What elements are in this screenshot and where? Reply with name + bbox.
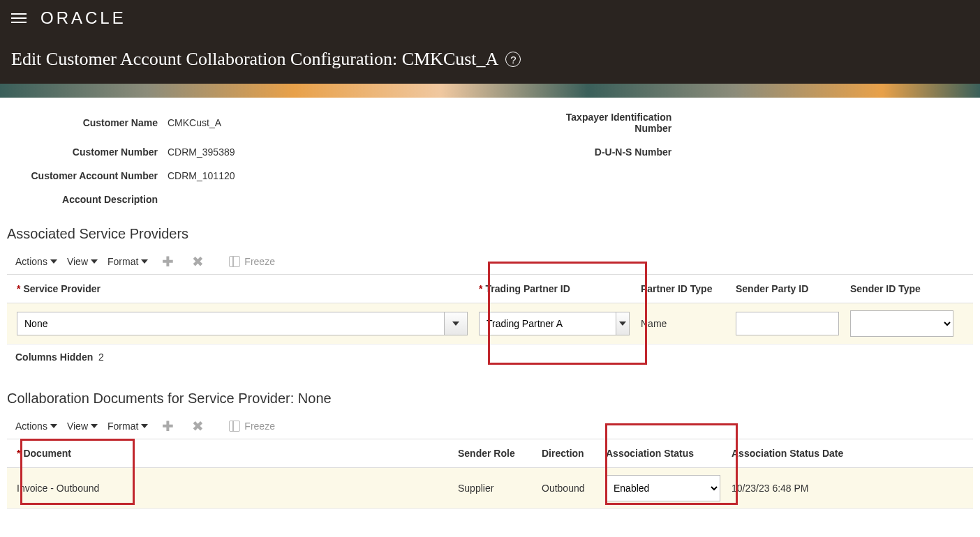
dropdown-button[interactable]: [616, 312, 630, 335]
help-icon[interactable]: ?: [505, 52, 521, 67]
app-header: ORACLE Edit Customer Account Collaborati…: [0, 0, 980, 84]
freeze-icon: [229, 421, 240, 432]
section1-toolbar: Actions View Format Freeze: [0, 249, 980, 274]
col-partner-id-type: Partner ID Type: [635, 275, 730, 303]
chevron-down-icon: [619, 322, 626, 326]
view-menu[interactable]: View: [67, 421, 98, 432]
associated-service-providers-title: Associated Service Providers: [0, 212, 980, 249]
collaboration-documents-title: Collaboration Documents for Service Prov…: [0, 377, 980, 414]
format-menu[interactable]: Format: [107, 421, 148, 432]
col-service-provider: *Service Provider: [7, 275, 473, 303]
col-direction: Direction: [536, 439, 600, 467]
taxpayer-id-label: Taxpayer Identification Number: [532, 112, 671, 134]
table-header-row: *Document Sender Role Direction Associat…: [7, 439, 973, 468]
oracle-logo: ORACLE: [40, 8, 126, 28]
trading-partner-input[interactable]: [479, 312, 616, 335]
remove-icon[interactable]: [188, 253, 208, 270]
chevron-down-icon: [50, 424, 57, 428]
sender-id-type-select[interactable]: [850, 310, 953, 337]
decorative-banner: [0, 84, 980, 98]
direction-value: Outbound: [536, 476, 600, 501]
col-sender-id-type: Sender ID Type: [845, 275, 959, 303]
remove-icon[interactable]: [188, 418, 208, 434]
view-menu[interactable]: View: [67, 256, 98, 267]
customer-name-value: CMKCust_A: [168, 117, 522, 128]
col-association-status-date: Association Status Date: [726, 439, 949, 467]
account-desc-label: Account Description: [11, 194, 158, 205]
customer-number-label: Customer Number: [11, 146, 158, 158]
service-provider-input[interactable]: [17, 312, 444, 335]
customer-number-value: CDRM_395389: [168, 146, 522, 158]
dropdown-button[interactable]: [444, 312, 468, 335]
chevron-down-icon: [50, 259, 57, 264]
col-document: *Document: [7, 439, 452, 467]
association-status-select[interactable]: Enabled: [606, 475, 720, 501]
freeze-button[interactable]: Freeze: [229, 421, 275, 432]
page-title-text: Edit Customer Account Collaboration Conf…: [11, 49, 498, 70]
col-sender-party-id: Sender Party ID: [730, 275, 845, 303]
freeze-button[interactable]: Freeze: [229, 256, 275, 267]
service-provider-combobox[interactable]: [17, 312, 468, 335]
chevron-down-icon: [91, 259, 98, 264]
actions-menu[interactable]: Actions: [15, 421, 57, 432]
association-status-date-value: 10/23/23 6:48 PM: [726, 476, 949, 501]
partner-id-type-value: Name: [635, 311, 730, 336]
collaboration-documents-table: *Document Sender Role Direction Associat…: [7, 439, 973, 509]
columns-hidden-indicator: Columns Hidden 2: [0, 345, 980, 377]
table-row: Invoice - Outbound Supplier Outbound Ena…: [7, 468, 973, 509]
col-trading-partner-id: *Trading Partner ID: [473, 275, 635, 303]
hamburger-menu-icon[interactable]: [11, 13, 27, 23]
document-value: Invoice - Outbound: [7, 476, 452, 501]
table-row: Name: [7, 303, 973, 345]
table-header-row: *Service Provider *Trading Partner ID Pa…: [7, 274, 973, 303]
page-title: Edit Customer Account Collaboration Conf…: [11, 49, 969, 70]
trading-partner-combobox[interactable]: [479, 312, 630, 335]
col-association-status: Association Status: [600, 439, 726, 467]
add-icon[interactable]: [158, 253, 178, 270]
duns-label: D-U-N-S Number: [532, 146, 671, 158]
customer-details: Customer Name CMKCust_A Taxpayer Identif…: [0, 98, 980, 212]
customer-name-label: Customer Name: [11, 117, 158, 128]
chevron-down-icon: [141, 259, 148, 264]
sender-role-value: Supplier: [452, 476, 536, 501]
account-number-value: CDRM_101120: [168, 170, 522, 181]
format-menu[interactable]: Format: [107, 256, 148, 267]
col-sender-role: Sender Role: [452, 439, 536, 467]
service-providers-table: *Service Provider *Trading Partner ID Pa…: [7, 274, 973, 345]
account-number-label: Customer Account Number: [11, 170, 158, 181]
chevron-down-icon: [452, 322, 459, 326]
sender-party-id-input[interactable]: [736, 312, 839, 335]
chevron-down-icon: [141, 424, 148, 428]
section2-toolbar: Actions View Format Freeze: [0, 414, 980, 439]
actions-menu[interactable]: Actions: [15, 256, 57, 267]
add-icon[interactable]: [158, 418, 178, 434]
chevron-down-icon: [91, 424, 98, 428]
freeze-icon: [229, 256, 240, 267]
